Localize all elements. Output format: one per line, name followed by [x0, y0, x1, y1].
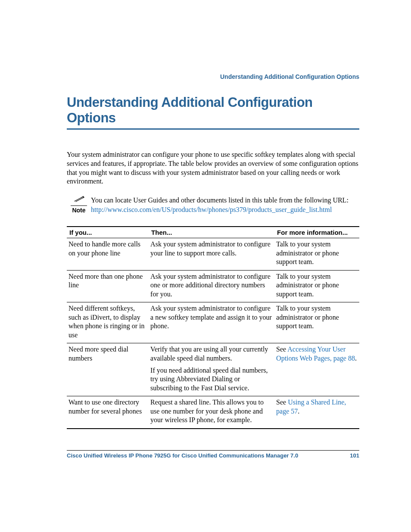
then-cell: Ask your system administrator to configu…: [149, 238, 274, 270]
heading-rule: [67, 128, 359, 130]
note-block: Note You can locate User Guides and othe…: [67, 196, 359, 214]
table-header: If you...: [67, 227, 149, 238]
intro-paragraph: Your system administrator can configure …: [67, 150, 359, 186]
if-cell: Need more speed dial numbers: [67, 343, 149, 396]
table-header: Then...: [149, 227, 274, 238]
page-footer: Cisco Unified Wireless IP Phone 7925G fo…: [67, 450, 359, 459]
page-title: Understanding Additional Configuration O…: [67, 95, 359, 126]
then-cell: Ask your system administrator to configu…: [149, 302, 274, 343]
table-row: Need more than one phone lineAsk your sy…: [67, 270, 359, 302]
note-url-link[interactable]: http://www.cisco.com/en/US/products/hw/p…: [91, 206, 332, 213]
more-info-text: Talk to your system administrator or pho…: [276, 240, 339, 265]
then-paragraph: Ask your system administrator to configu…: [150, 272, 272, 299]
note-body: You can locate User Guides and other doc…: [91, 196, 359, 214]
if-cell: Want to use one directory number for sev…: [67, 396, 149, 429]
footer-title: Cisco Unified Wireless IP Phone 7925G fo…: [67, 452, 298, 459]
then-paragraph: Request a shared line. This allows you t…: [150, 398, 272, 424]
table-row: Need different softkeys, such as iDivert…: [67, 302, 359, 343]
more-info-text: Talk to your system administrator or pho…: [276, 273, 339, 298]
more-info-text: See: [276, 345, 287, 353]
if-cell: Need to handle more calls on your phone …: [67, 238, 149, 270]
note-label: Note: [72, 207, 85, 214]
then-cell: Request a shared line. This allows you t…: [149, 396, 274, 429]
more-info-cell: Talk to your system administrator or pho…: [274, 238, 359, 270]
more-info-text: .: [355, 355, 357, 362]
table-row: Need to handle more calls on your phone …: [67, 238, 359, 270]
note-icon: [71, 196, 87, 206]
then-cell: Ask your system administrator to configu…: [149, 270, 274, 302]
footer-page-number: 101: [350, 452, 359, 459]
then-paragraph: Verify that you are using all your curre…: [150, 345, 272, 363]
more-info-cell: Talk to your system administrator or pho…: [274, 302, 359, 343]
more-info-text: Talk to your system administrator or pho…: [276, 305, 339, 330]
running-head: Understanding Additional Configuration O…: [220, 73, 359, 80]
more-info-text: .: [298, 408, 299, 415]
then-paragraph: If you need additional speed dial number…: [150, 366, 272, 392]
document-page: Understanding Additional Configuration O…: [0, 0, 411, 532]
then-cell: Verify that you are using all your curre…: [149, 343, 274, 396]
table-row: Want to use one directory number for sev…: [67, 396, 359, 429]
more-info-text: See: [276, 398, 288, 406]
table-header-row: If you... Then... For more information..…: [67, 227, 359, 238]
if-cell: Need more than one phone line: [67, 270, 149, 302]
table-row: Need more speed dial numbersVerify that …: [67, 343, 359, 396]
cross-reference-link[interactable]: Accessing Your User Options Web Pages, p…: [276, 345, 355, 361]
then-paragraph: Ask your system administrator to configu…: [150, 304, 272, 330]
then-paragraph: Ask your system administrator to configu…: [150, 240, 272, 258]
more-info-cell: See Accessing Your User Options Web Page…: [274, 343, 359, 396]
table-header: For more information...: [274, 227, 359, 238]
note-text: You can locate User Guides and other doc…: [91, 196, 349, 204]
note-gutter: Note: [67, 196, 91, 214]
more-info-cell: Talk to your system administrator or pho…: [274, 270, 359, 302]
if-cell: Need different softkeys, such as iDivert…: [67, 302, 149, 343]
more-info-cell: See Using a Shared Line, page 57.: [274, 396, 359, 429]
config-options-table: If you... Then... For more information..…: [67, 226, 359, 429]
